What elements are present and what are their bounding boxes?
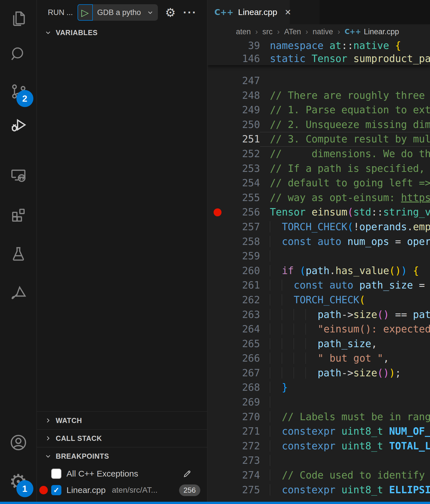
gutter-glyph[interactable] — [208, 176, 227, 191]
code-line-257[interactable]: 257 TORCH_CHECK(!operands.empty — [208, 220, 430, 234]
sidebar-item-source-control[interactable]: 2 — [7, 80, 29, 102]
line-number: 266 — [227, 351, 260, 366]
gutter-glyph[interactable] — [208, 337, 227, 351]
code-line-146[interactable]: 146static Tensor sumproduct_pair(const — [208, 52, 430, 65]
code-line-258[interactable]: 258 const auto num_ops = operand — [208, 234, 430, 249]
debug-config-dropdown[interactable]: GDB a pytho — [93, 4, 158, 21]
code-line-266[interactable]: 266 " but got ", — [208, 351, 430, 366]
accounts-button[interactable] — [7, 432, 29, 454]
code-line-254[interactable]: 254// default to going left => r — [208, 176, 430, 191]
sidebar-item-explorer[interactable] — [7, 8, 29, 30]
code-line-248[interactable]: 248// There are roughly three par — [208, 88, 430, 103]
gutter-glyph[interactable] — [208, 132, 227, 147]
code-line-259[interactable]: 259 — [208, 249, 430, 264]
gutter-glyph[interactable] — [208, 453, 227, 468]
debug-settings-gear-icon[interactable]: ⚙ — [165, 6, 176, 20]
gutter-glyph[interactable] — [208, 468, 227, 483]
code-line-39[interactable]: 39namespace at::native { — [208, 39, 430, 52]
variables-section-header[interactable]: VARIABLES — [37, 25, 207, 40]
start-debug-button[interactable]: ▷ — [78, 4, 93, 21]
gutter-glyph[interactable] — [208, 439, 227, 454]
status-bar[interactable] — [0, 502, 430, 504]
gutter-glyph[interactable] — [208, 410, 227, 424]
settings-button[interactable]: ⚙ 1 — [7, 471, 29, 493]
more-actions-icon[interactable]: ··· — [183, 6, 197, 19]
sidebar-item-testing[interactable] — [7, 243, 29, 265]
code-line-270[interactable]: 270 // Labels must be in range — [208, 410, 430, 424]
gutter-glyph[interactable] — [208, 322, 227, 337]
code-line-261[interactable]: 261 const auto path_size = — [208, 278, 430, 293]
gutter-glyph[interactable] — [208, 234, 227, 249]
sidebar-item-extensions[interactable] — [7, 203, 29, 225]
breadcrumb-item[interactable]: src — [263, 27, 273, 36]
call-stack-section-header[interactable]: CALL STACK — [37, 429, 207, 447]
gutter-glyph[interactable] — [208, 264, 227, 278]
gutter-glyph[interactable] — [208, 424, 227, 439]
code-line-256[interactable]: 256Tensor einsum(std::string_vie — [208, 205, 430, 220]
code-line-255[interactable]: 255// way as opt-einsum: https:// — [208, 191, 430, 205]
code-line-265[interactable]: 265 path_size, — [208, 337, 430, 351]
gutter-glyph[interactable] — [208, 351, 227, 366]
gutter-glyph[interactable] — [208, 249, 227, 264]
code-line-260[interactable]: 260 if (path.has_value()) { — [208, 264, 430, 278]
breakpoints-section-header[interactable]: BREAKPOINTS — [37, 447, 207, 465]
code-line-250[interactable]: 250// 2. Unsqueeze missing dimen — [208, 118, 430, 132]
code-area[interactable]: 247248// There are roughly three par249/… — [208, 39, 430, 499]
code-text: if (path.has_value()) { — [260, 264, 430, 278]
gutter-glyph[interactable] — [208, 380, 227, 395]
gutter-glyph[interactable] — [208, 395, 227, 410]
code-line-268[interactable]: 268 } — [208, 380, 430, 395]
code-line-272[interactable]: 272 constexpr uint8_t TOTAL_LA — [208, 439, 430, 454]
code-line-271[interactable]: 271 constexpr uint8_t NUM_OF_L — [208, 424, 430, 439]
line-number: 257 — [227, 220, 260, 234]
gutter-glyph[interactable] — [208, 39, 227, 52]
code-line-253[interactable]: 253// If a path is specified, we — [208, 161, 430, 176]
sidebar-item-remote-explorer[interactable] — [7, 164, 29, 186]
breakpoint-row-exceptions[interactable]: All C++ Exceptions — [37, 465, 207, 482]
gutter-glyph[interactable] — [208, 88, 227, 103]
gutter-glyph[interactable] — [208, 278, 227, 293]
tab-bar: C++ Linear.cpp ✕ — [208, 0, 430, 24]
breadcrumb-item[interactable]: ATen — [284, 27, 301, 36]
gutter-glyph[interactable] — [208, 366, 227, 381]
close-icon[interactable]: ✕ — [285, 8, 291, 17]
gutter-glyph[interactable] — [208, 307, 227, 322]
sidebar-item-search[interactable] — [7, 43, 29, 65]
breakpoint-checkbox[interactable]: ✓ — [51, 485, 61, 495]
breadcrumb-item-file[interactable]: C++Linear.cpp — [345, 27, 399, 36]
code-line-251[interactable]: 251// 3. Compute result by multi — [208, 132, 430, 147]
breadcrumb-item[interactable]: native — [313, 27, 333, 36]
code-line-262[interactable]: 262 TORCH_CHECK( — [208, 293, 430, 307]
breadcrumb-item[interactable]: aten — [236, 27, 251, 36]
code-line-269[interactable]: 269 — [208, 395, 430, 410]
breakpoint-glyph[interactable] — [208, 205, 227, 220]
exception-checkbox[interactable] — [51, 469, 61, 479]
code-line-263[interactable]: 263 path->size() == path — [208, 307, 430, 322]
code-line-252[interactable]: 252// dimensions. We do the l — [208, 147, 430, 161]
gutter-glyph[interactable] — [208, 103, 227, 118]
gutter-glyph[interactable] — [208, 191, 227, 205]
code-line-275[interactable]: 275 constexpr uint8_t ELLIPSIS — [208, 483, 430, 497]
edit-pencil-icon[interactable] — [182, 469, 192, 479]
tab-linear-cpp[interactable]: C++ Linear.cpp ✕ — [208, 0, 290, 24]
gutter-glyph[interactable] — [208, 483, 227, 497]
code-line-264[interactable]: 264 "einsum(): expected co — [208, 322, 430, 337]
watch-section-header[interactable]: WATCH — [37, 411, 207, 429]
gutter-glyph[interactable] — [208, 74, 227, 88]
breakpoint-row-linear[interactable]: ✓ Linear.cpp aten/src/AT... 256 — [37, 482, 207, 498]
code-line-249[interactable]: 249// 1. Parse equation to extra — [208, 103, 430, 118]
gutter-glyph[interactable] — [208, 118, 227, 132]
sidebar-item-run-and-debug[interactable] — [7, 114, 29, 136]
code-line-273[interactable]: 273 — [208, 453, 430, 468]
extensions-icon — [9, 205, 28, 223]
gutter-glyph[interactable] — [208, 293, 227, 307]
code-line-267[interactable]: 267 path->size()); — [208, 366, 430, 381]
breakpoint-label: All C++ Exceptions — [66, 469, 138, 479]
gutter-glyph[interactable] — [208, 147, 227, 161]
gutter-glyph[interactable] — [208, 220, 227, 234]
code-line-247[interactable]: 247 — [208, 74, 430, 88]
sidebar-item-tools[interactable] — [7, 281, 29, 304]
gutter-glyph[interactable] — [208, 52, 227, 65]
gutter-glyph[interactable] — [208, 161, 227, 176]
code-line-274[interactable]: 274 // Code used to identify — [208, 468, 430, 483]
